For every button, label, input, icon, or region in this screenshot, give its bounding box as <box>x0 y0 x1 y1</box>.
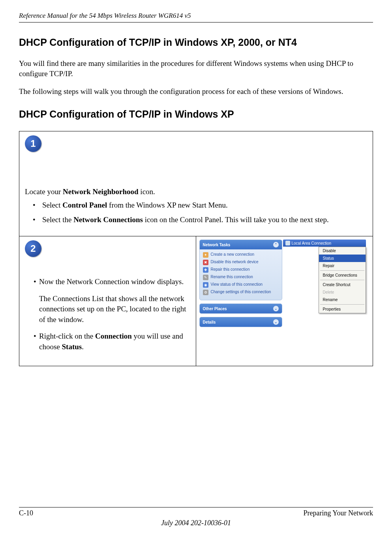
step-2-bullet-2: Right-click on the Connection you will u… <box>34 331 194 352</box>
s2b2-bold1: Connection <box>95 332 132 340</box>
xp-tasks-panel: Network Tasks ⌃ ✦Create a new connection… <box>199 240 282 330</box>
lac-icon <box>285 241 290 245</box>
intro-paragraph-1: You will find there are many similaritie… <box>19 58 373 79</box>
menu-bridge[interactable]: Bridge Connections <box>319 272 366 279</box>
manual-title-header: Reference Manual for the 54 Mbps Wireles… <box>19 12 373 22</box>
xp-screenshot: Network Tasks ⌃ ✦Create a new connection… <box>199 240 370 330</box>
local-area-connection-header[interactable]: Local Area Connection <box>283 240 366 247</box>
menu-status[interactable]: Status <box>319 255 366 262</box>
lac-label: Local Area Connection <box>292 241 332 245</box>
b2-post: icon on the Control Panel. This will tak… <box>143 215 329 224</box>
task-repair-connection[interactable]: ✚Repair this connection <box>203 267 279 273</box>
footer-section-name: Preparing Your Network <box>304 509 373 517</box>
create-connection-icon: ✦ <box>203 252 208 258</box>
menu-separator <box>320 280 364 280</box>
step-2-badge: 2 <box>25 240 41 257</box>
section-heading: DHCP Configuration of TCP/IP in Windows … <box>19 37 373 48</box>
details-header[interactable]: Details ⌄ <box>200 317 282 327</box>
menu-repair[interactable]: Repair <box>319 262 366 270</box>
collapse-icon[interactable]: ⌄ <box>273 319 279 325</box>
menu-rename[interactable]: Rename <box>319 296 366 303</box>
step-1-badge: 1 <box>25 135 41 152</box>
locate-pre: Locate your <box>25 187 63 196</box>
other-places-header[interactable]: Other Places ⌄ <box>200 304 282 313</box>
page-footer: C-10 Preparing Your Network July 2004 20… <box>19 507 373 527</box>
collapse-icon[interactable]: ⌄ <box>273 306 279 311</box>
b1-bold: Control Panel <box>62 201 107 209</box>
task-view-status[interactable]: ◉View status of this connection <box>203 282 279 288</box>
menu-properties[interactable]: Properties <box>319 305 366 313</box>
locate-bold: Network Neighborhood <box>63 187 139 196</box>
network-tasks-header[interactable]: Network Tasks ⌃ <box>200 240 282 249</box>
step-1-cell: 1 Locate your Network Neighborhood icon.… <box>19 131 373 236</box>
disable-device-icon: ✖ <box>203 260 208 265</box>
step-2-subpara: The Connections List that shows all the … <box>34 294 194 325</box>
intro-paragraph-2: The following steps will walk you throug… <box>19 86 373 97</box>
menu-separator <box>320 270 364 271</box>
b2-pre: Select the <box>42 215 73 224</box>
settings-icon: ⚙ <box>203 290 208 295</box>
rename-icon: ✎ <box>203 275 208 280</box>
menu-separator <box>320 304 364 305</box>
details-box: Details ⌄ <box>199 317 282 327</box>
network-tasks-title: Network Tasks <box>203 243 231 247</box>
xp-right-column: Local Area Connection Disable Status Rep… <box>283 240 366 330</box>
footer-date-doc: July 2004 202-10036-01 <box>19 519 373 527</box>
details-title: Details <box>203 320 216 324</box>
step-2-bullet-1: Now the Network Connection window displa… <box>34 277 194 287</box>
s2b2-bold2: Status <box>62 343 82 351</box>
status-icon: ◉ <box>203 282 208 288</box>
task-change-settings[interactable]: ⚙Change settings of this connection <box>203 290 279 295</box>
s2b2-pre: Right-click on the <box>39 332 95 340</box>
collapse-icon[interactable]: ⌃ <box>273 242 279 247</box>
step-1-bullet-1: Select Control Panel from the Windows XP… <box>25 200 367 211</box>
context-menu: Disable Status Repair Bridge Connections… <box>319 247 366 313</box>
menu-disable[interactable]: Disable <box>319 247 366 255</box>
network-tasks-body: ✦Create a new connection ✖Disable this n… <box>200 249 282 300</box>
menu-shortcut[interactable]: Create Shortcut <box>319 281 366 288</box>
steps-table: 1 Locate your Network Neighborhood icon.… <box>19 131 373 366</box>
task-disable-device[interactable]: ✖Disable this network device <box>203 260 279 265</box>
other-places-box: Other Places ⌄ <box>199 303 282 314</box>
step-2-row: 2 Now the Network Connection window disp… <box>19 236 373 366</box>
task-create-connection[interactable]: ✦Create a new connection <box>203 252 279 258</box>
b2-bold: Network Connections <box>73 215 143 224</box>
step-1-locate-line: Locate your Network Neighborhood icon. <box>25 187 367 196</box>
step-2-left-cell: 2 Now the Network Connection window disp… <box>19 236 196 366</box>
network-tasks-box: Network Tasks ⌃ ✦Create a new connection… <box>199 240 282 300</box>
repair-icon: ✚ <box>203 267 208 273</box>
subsection-heading: DHCP Configuration of TCP/IP in Windows … <box>19 109 373 120</box>
task-rename-connection[interactable]: ✎Rename this connection <box>203 275 279 280</box>
s2b2-post: . <box>82 343 84 351</box>
footer-page-number: C-10 <box>19 509 33 517</box>
b1-post: from the Windows XP new Start Menu. <box>107 201 227 209</box>
menu-delete: Delete <box>319 288 366 296</box>
locate-post: icon. <box>139 187 155 196</box>
step-1-bullet-2: Select the Network Connections icon on t… <box>25 215 367 225</box>
other-places-title: Other Places <box>203 307 227 311</box>
b1-pre: Select <box>42 201 62 209</box>
step-2-right-cell: Network Tasks ⌃ ✦Create a new connection… <box>196 236 373 366</box>
